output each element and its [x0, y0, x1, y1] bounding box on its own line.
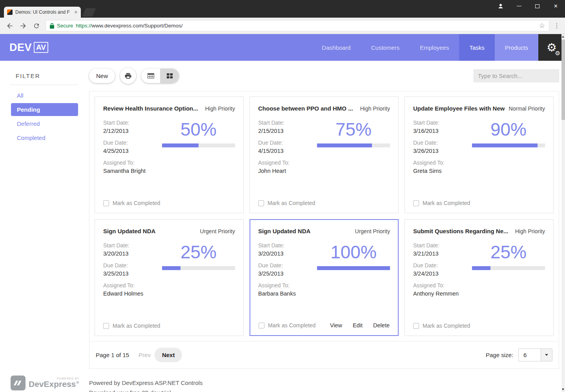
card-view-icon: [167, 73, 173, 78]
start-date-label: Start Date:: [103, 120, 162, 126]
nav-customers[interactable]: Customers: [361, 34, 410, 61]
due-date-value: 3/25/2013: [258, 270, 317, 277]
task-card[interactable]: Choose between PPO and HMO ... High Prio…: [250, 96, 399, 213]
mark-completed-checkbox[interactable]: [103, 200, 109, 206]
mark-completed-label: Mark as Completed: [423, 323, 470, 329]
progress-bar: [317, 143, 390, 147]
sidebar-item-completed[interactable]: Completed: [11, 131, 78, 144]
browser-tab[interactable]: Demos: UI Controls and F ✕: [4, 7, 81, 18]
progress-bar-fill: [472, 143, 538, 147]
nav-tasks[interactable]: Tasks: [459, 34, 494, 61]
assigned-to-label: Assigned To:: [258, 160, 317, 166]
due-date-value: 4/25/2013: [103, 148, 162, 154]
assigned-to-label: Assigned To:: [413, 282, 472, 289]
due-date-value: 3/24/2013: [413, 270, 472, 277]
assigned-to-value: Anthony Remmen: [413, 290, 472, 297]
progress-bar: [162, 266, 235, 270]
url-scheme: https://: [76, 23, 92, 29]
tasks-toolbar: New: [89, 68, 559, 84]
mark-completed-checkbox[interactable]: [413, 323, 419, 329]
mark-completed-checkbox[interactable]: [103, 323, 109, 329]
nav-products[interactable]: Products: [495, 34, 538, 61]
due-date-label: Due Date:: [413, 262, 472, 269]
progress-bar-fill: [472, 266, 490, 270]
bookmark-star-icon[interactable]: ☆: [539, 22, 545, 29]
progress-bar: [472, 266, 545, 270]
tasks-panel: Review Health Insurance Option... High P…: [89, 91, 559, 369]
due-date-label: Due Date:: [258, 262, 317, 269]
devexpress-footer-logo[interactable]: POWERED BY DevExpress®: [11, 376, 79, 390]
task-card[interactable]: Review Health Insurance Option... High P…: [95, 96, 244, 213]
settings-gear-button[interactable]: ⚙ ⚙: [538, 34, 565, 61]
scroll-down-icon[interactable]: [562, 388, 564, 390]
mark-completed-checkbox[interactable]: [259, 323, 264, 328]
devexpress-logo-icon: [11, 376, 26, 390]
nav-dashboard[interactable]: Dashboard: [312, 34, 361, 61]
sidebar-item-pending[interactable]: Pending: [11, 103, 78, 116]
url-path: www.devexpress.com/Support/Demos/: [92, 23, 183, 29]
nav-employees[interactable]: Employees: [410, 34, 459, 61]
search-input[interactable]: [478, 73, 556, 79]
card-view-button[interactable]: [160, 69, 179, 83]
search-box: [474, 69, 559, 82]
task-title: Submit Questions Regarding Ne...: [413, 228, 508, 234]
page-size-dropdown[interactable]: 6: [518, 348, 552, 361]
page-size-control: Page size: 6: [486, 348, 552, 361]
refresh-icon[interactable]: [30, 19, 43, 33]
close-button[interactable]: ✕: [547, 0, 565, 12]
task-priority: Urgent Priority: [196, 228, 235, 234]
secure-badge: Secure: [57, 23, 73, 29]
task-title: Choose between PPO and HMO ...: [258, 105, 353, 112]
progress-percent: 25%: [472, 243, 545, 261]
profile-icon[interactable]: [491, 0, 510, 12]
scrollbar-thumb[interactable]: [561, 40, 565, 120]
download-trial-link[interactable]: Download your free 30-day trial: [89, 389, 559, 392]
new-tab-button[interactable]: [82, 8, 96, 16]
mark-completed-label: Mark as Completed: [113, 323, 160, 329]
window-controls: ✕: [491, 0, 565, 12]
maximize-button[interactable]: [528, 0, 547, 12]
vertical-scrollbar[interactable]: [561, 34, 565, 392]
table-view-button[interactable]: [141, 69, 160, 83]
back-icon[interactable]: [3, 19, 16, 33]
sidebar-item-deferred[interactable]: Deferred: [11, 117, 78, 130]
edit-action[interactable]: Edit: [353, 322, 363, 328]
start-date-label: Start Date:: [258, 120, 317, 126]
prev-page-button[interactable]: Prev: [139, 352, 151, 358]
start-date-label: Start Date:: [258, 242, 317, 249]
task-card-selected[interactable]: Sign Updated NDA Urgent Priority Start D…: [250, 219, 399, 336]
start-date-label: Start Date:: [103, 242, 162, 249]
devav-logo[interactable]: DEV AV: [9, 34, 48, 61]
due-date-label: Due Date:: [413, 140, 472, 146]
progress-bar: [162, 143, 235, 147]
task-title: Sign Updated NDA: [103, 228, 155, 234]
next-page-button[interactable]: Next: [155, 348, 182, 362]
mark-completed-checkbox[interactable]: [258, 200, 264, 206]
dropdown-arrow-button[interactable]: [541, 349, 552, 361]
devexpress-wordmark: DevExpress®: [29, 380, 79, 388]
progress-bar-fill: [162, 266, 180, 270]
task-priority: Normal Priority: [505, 105, 545, 112]
assigned-to-label: Assigned To:: [103, 282, 162, 289]
mark-completed-label: Mark as Completed: [113, 200, 160, 206]
browser-menu-icon[interactable]: ⋮: [552, 22, 562, 29]
task-card[interactable]: Update Employee Files with New... Normal…: [405, 96, 554, 213]
assigned-to-value: John Heart: [258, 168, 317, 174]
new-task-button[interactable]: New: [89, 69, 115, 83]
print-button[interactable]: [120, 68, 136, 84]
forward-icon[interactable]: [16, 19, 30, 33]
task-title: Review Health Insurance Option...: [103, 105, 198, 112]
main-content: New Review He: [89, 61, 565, 392]
task-card[interactable]: Sign Updated NDA Urgent Priority Start D…: [95, 219, 244, 336]
scroll-up-icon[interactable]: [562, 36, 564, 38]
minimize-button[interactable]: [510, 0, 528, 12]
tab-close-icon[interactable]: ✕: [74, 10, 78, 15]
delete-action[interactable]: Delete: [373, 322, 390, 328]
view-action[interactable]: View: [330, 322, 342, 328]
progress-bar: [472, 143, 545, 147]
sidebar-item-all[interactable]: All: [11, 89, 78, 102]
task-card[interactable]: Submit Questions Regarding Ne... High Pr…: [405, 219, 554, 336]
start-date-value: 3/16/2013: [413, 128, 472, 134]
address-bar[interactable]: Secure https://www.devexpress.com/Suppor…: [46, 20, 549, 31]
mark-completed-checkbox[interactable]: [413, 200, 419, 206]
